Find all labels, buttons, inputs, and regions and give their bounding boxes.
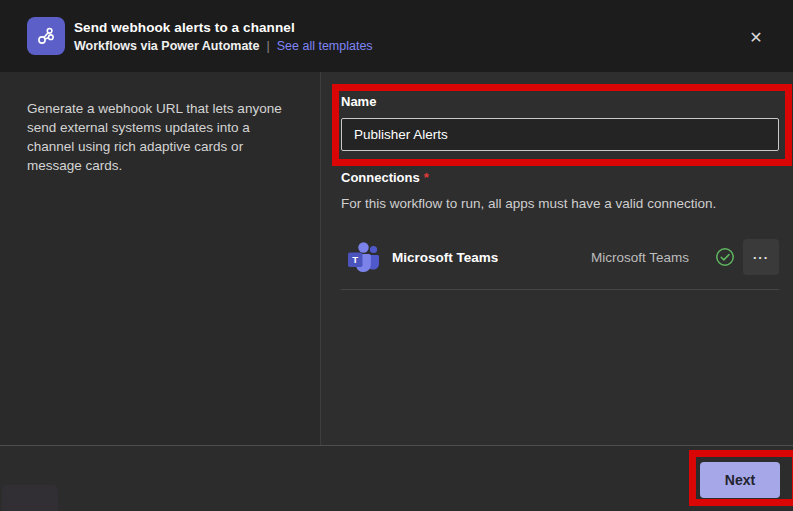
see-all-templates-link[interactable]: See all templates bbox=[277, 39, 373, 53]
dialog-header: Send webhook alerts to a channel Workflo… bbox=[0, 0, 793, 72]
description-panel: Generate a webhook URL that lets anyone … bbox=[0, 72, 321, 445]
close-icon: ✕ bbox=[749, 28, 762, 47]
workflow-dialog: Send webhook alerts to a channel Workflo… bbox=[0, 0, 793, 511]
teams-badge-letter: T bbox=[352, 254, 358, 265]
connections-label: Connections* bbox=[341, 170, 779, 185]
next-button[interactable]: Next bbox=[700, 462, 780, 498]
dialog-footer: Next bbox=[0, 445, 793, 511]
dialog-subtitle: Workflows via Power Automate | See all t… bbox=[74, 39, 373, 53]
workflow-share-icon bbox=[27, 17, 65, 55]
connections-help-text: For this workflow to run, all apps must … bbox=[341, 196, 779, 211]
subtitle-separator: | bbox=[266, 39, 269, 53]
dialog-title: Send webhook alerts to a channel bbox=[74, 20, 373, 35]
required-asterisk: * bbox=[424, 170, 429, 185]
microsoft-teams-icon: T bbox=[341, 237, 381, 277]
close-button[interactable]: ✕ bbox=[744, 25, 768, 49]
footer-ghost-element bbox=[2, 485, 58, 511]
connections-label-text: Connections bbox=[341, 170, 420, 185]
connection-app-name: Microsoft Teams bbox=[392, 250, 591, 265]
name-label: Name bbox=[341, 94, 779, 109]
name-input[interactable] bbox=[341, 118, 779, 151]
connection-account-name: Microsoft Teams bbox=[591, 250, 689, 265]
ellipsis-icon: ··· bbox=[753, 250, 769, 265]
subtitle-text: Workflows via Power Automate bbox=[74, 39, 259, 53]
connection-more-options-button[interactable]: ··· bbox=[743, 239, 779, 275]
header-titles: Send webhook alerts to a channel Workflo… bbox=[74, 20, 373, 53]
workflow-description: Generate a webhook URL that lets anyone … bbox=[27, 99, 292, 175]
connection-row: T Microsoft Teams Microsoft Teams ··· bbox=[341, 235, 779, 290]
connection-valid-check-icon bbox=[715, 247, 735, 267]
form-panel: Name Connections* For this workflow to r… bbox=[322, 72, 793, 445]
